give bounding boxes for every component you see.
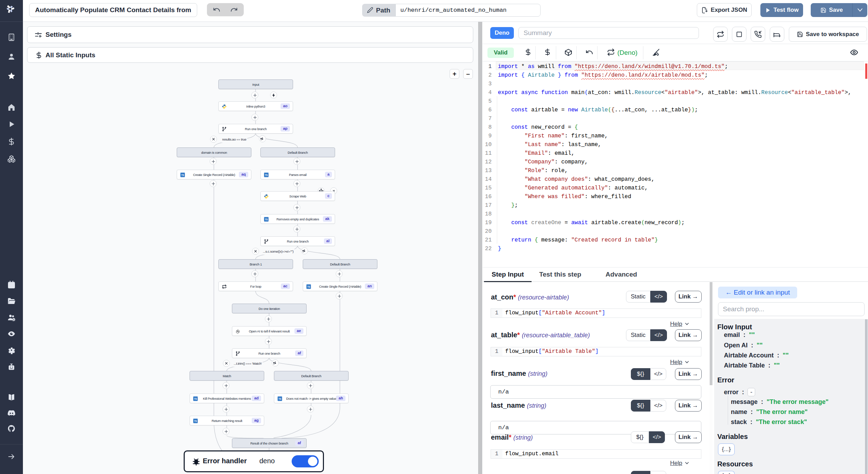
svg-text:TS: TS — [278, 398, 282, 400]
svg-text:TS: TS — [265, 174, 268, 176]
svg-text:TS: TS — [265, 218, 268, 221]
svg-text:TS: TS — [194, 420, 197, 422]
svg-text:TS: TS — [307, 286, 310, 288]
svg-text:TS: TS — [194, 398, 197, 400]
svg-text:TS: TS — [181, 174, 184, 176]
